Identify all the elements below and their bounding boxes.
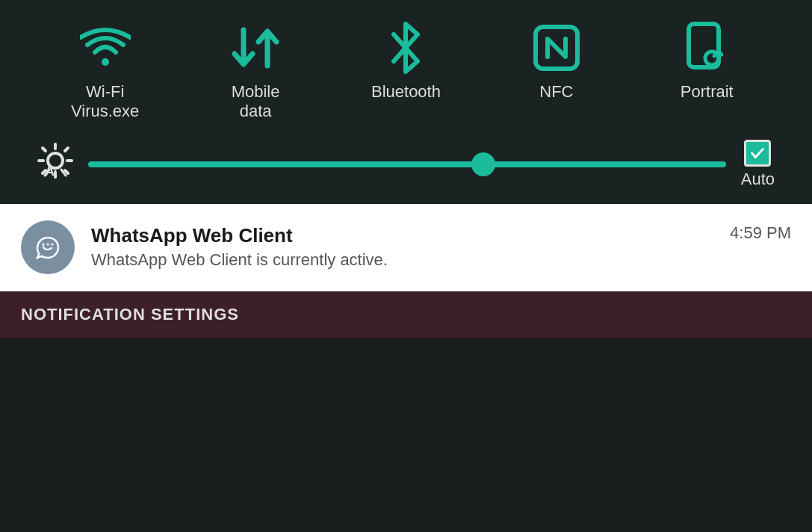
portrait-toggle[interactable]: Portrait [639,21,774,102]
nfc-toggle[interactable]: NFC [489,21,624,102]
bluetooth-label: Bluetooth [371,82,441,102]
mobile-data-icon [230,21,281,75]
notification-settings-label: NOTIFICATION SETTINGS [21,305,239,324]
notification-area: WhatsApp Web Client WhatsApp Web Client … [0,204,812,291]
whatsapp-avatar [21,220,75,274]
auto-checkbox[interactable] [744,140,771,167]
notification-item[interactable]: WhatsApp Web Client WhatsApp Web Client … [0,204,812,291]
portrait-icon [684,21,729,75]
mobile-data-toggle[interactable]: Mobile data [188,21,323,122]
auto-toggle[interactable]: Auto [741,140,775,189]
nfc-icon [533,21,580,75]
notification-body: WhatsApp Web Client is currently active. [91,250,730,270]
nfc-label: NFC [539,82,573,102]
svg-text:A: A [45,164,55,179]
wifi-label: Wi-Fi Virus.exe [71,82,139,122]
svg-point-0 [102,58,109,66]
auto-label: Auto [741,170,775,189]
brightness-slider[interactable] [88,161,726,167]
svg-line-7 [719,52,722,55]
mobile-data-label: Mobile data [232,82,280,122]
wifi-icon [80,21,131,75]
toggle-row: Wi-Fi Virus.exe Mobile data [30,21,782,122]
slider-thumb[interactable] [471,152,495,176]
notification-time: 4:59 PM [730,223,791,243]
notification-title: WhatsApp Web Client [91,224,730,247]
slider-track [88,161,726,167]
wifi-toggle[interactable]: Wi-Fi Virus.exe [38,21,173,122]
svg-line-13 [43,148,46,151]
quick-settings-panel: Wi-Fi Virus.exe Mobile data [0,0,812,204]
bluetooth-icon [386,21,425,75]
brightness-row: A Auto [30,140,782,189]
svg-line-15 [65,148,68,151]
brightness-icon: A [37,143,73,185]
notification-content: WhatsApp Web Client WhatsApp Web Client … [91,224,730,270]
portrait-label: Portrait [681,82,734,102]
bluetooth-toggle[interactable]: Bluetooth [338,21,473,102]
notification-settings-bar[interactable]: NOTIFICATION SETTINGS [0,291,812,338]
svg-line-14 [65,170,68,173]
